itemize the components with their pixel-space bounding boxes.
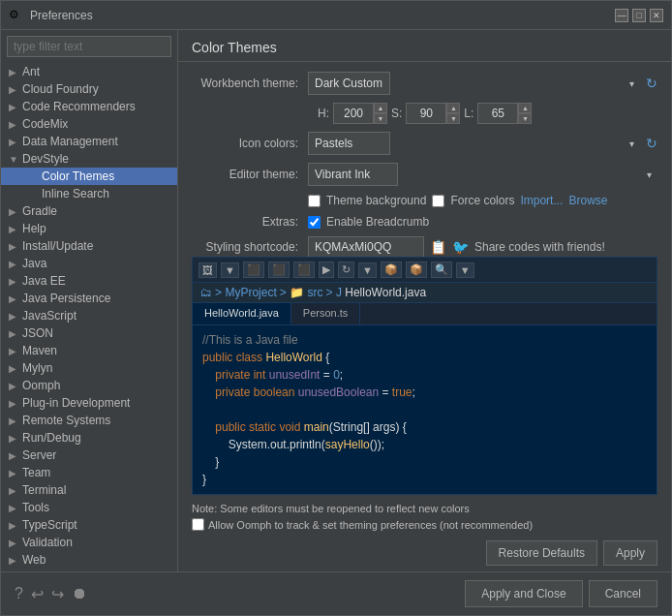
workbench-theme-refresh-icon[interactable]: ↻ (646, 76, 657, 91)
force-colors-label[interactable]: Force colors (450, 194, 514, 207)
toolbar-btn-6[interactable]: ▶ (319, 262, 334, 278)
record-icon[interactable]: ⏺ (72, 585, 87, 602)
sidebar-item-gradle[interactable]: ▶Gradle (1, 202, 177, 220)
h-decrement-button[interactable]: ▼ (374, 113, 387, 124)
breadcrumb-file[interactable]: HelloWorld.java (345, 286, 426, 299)
l-input[interactable]: 65 (477, 103, 518, 124)
codemix-arrow-icon: ▶ (9, 119, 22, 130)
breadcrumb-folder2[interactable]: 📁 src (290, 286, 322, 299)
close-button[interactable]: ✕ (650, 9, 663, 22)
shortcode-input[interactable]: KQMAxMi0QQ (308, 236, 424, 257)
minimize-button[interactable]: — (615, 9, 628, 22)
s-decrement-button[interactable]: ▼ (446, 113, 460, 124)
s-label: S: (391, 107, 402, 120)
toolbar-btn-7[interactable]: ↻ (338, 262, 354, 278)
breadcrumb-project[interactable]: MyProject (225, 286, 276, 299)
sidebar-item-inline-search[interactable]: Inline Search (1, 185, 177, 202)
sidebar-item-java-ee[interactable]: ▶Java EE (1, 272, 177, 290)
sidebar-item-help[interactable]: ▶Help (1, 220, 177, 237)
s-increment-button[interactable]: ▲ (446, 103, 460, 113)
icon-colors-refresh-icon[interactable]: ↻ (646, 136, 657, 151)
oomph-arrow-icon: ▶ (9, 381, 22, 391)
enable-breadcrumb-checkbox[interactable] (308, 216, 321, 229)
restore-defaults-button[interactable]: Restore Defaults (486, 540, 597, 566)
sidebar-item-code-recommenders[interactable]: ▶Code Recommenders (1, 98, 177, 115)
import-link[interactable]: Import... (520, 194, 563, 207)
editor-theme-control: Vibrant Ink Monokai Solarized Dark (308, 163, 657, 186)
l-decrement-button[interactable]: ▼ (518, 113, 532, 124)
force-colors-checkbox[interactable] (432, 195, 444, 207)
sidebar-item-json[interactable]: ▶JSON (1, 324, 177, 342)
sidebar-item-java-persistence[interactable]: ▶Java Persistence (1, 290, 177, 307)
sidebar-item-color-themes[interactable]: Color Themes (1, 168, 177, 185)
toolbar-btn-12[interactable]: ▼ (456, 262, 474, 278)
back-icon[interactable]: ↩ (31, 585, 44, 603)
cancel-button[interactable]: Cancel (589, 580, 657, 607)
sidebar-item-plugin-dev[interactable]: ▶Plug-in Development (1, 394, 177, 412)
help-icon[interactable]: ? (15, 585, 23, 602)
breadcrumb-bar: 🗂 > MyProject > 📁 src > J HelloWorld.jav… (193, 283, 657, 303)
h-input[interactable]: 200 (333, 103, 374, 124)
toolbar-btn-4[interactable]: ⬛ (268, 262, 290, 278)
sidebar-item-server[interactable]: ▶Server (1, 447, 177, 464)
toolbar-btn-8[interactable]: ▼ (358, 262, 377, 278)
sidebar-item-web[interactable]: ▶Web (1, 551, 177, 569)
theme-background-label[interactable]: Theme background (326, 194, 426, 207)
var-unused-int: unusedInt (269, 368, 321, 382)
terminal-arrow-icon: ▶ (9, 485, 22, 496)
type-void: void (279, 420, 303, 434)
sidebar-item-validation[interactable]: ▶Validation (1, 534, 177, 551)
workbench-theme-select[interactable]: Dark Custom Light Classic Dark (308, 72, 390, 95)
allow-oomph-label[interactable]: Allow Oomph to track & set theming prefe… (208, 519, 533, 531)
type-boolean: boolean (254, 385, 298, 399)
sidebar-item-data-management[interactable]: ▶Data Management (1, 133, 177, 150)
dialog-footer: ? ↩ ↪ ⏺ Apply and Close Cancel (1, 571, 671, 615)
h-increment-button[interactable]: ▲ (374, 103, 387, 113)
maximize-button[interactable]: □ (632, 9, 646, 22)
browse-link[interactable]: Browse (568, 194, 607, 207)
apply-and-close-button[interactable]: Apply and Close (465, 580, 582, 607)
toolbar-btn-3[interactable]: ⬛ (243, 262, 264, 278)
toolbar-btn-5[interactable]: ⬛ (293, 262, 315, 278)
twitter-icon[interactable]: 🐦 (452, 239, 469, 255)
sidebar-item-oomph[interactable]: ▶Oomph (1, 377, 177, 394)
sidebar-item-maven[interactable]: ▶Maven (1, 342, 177, 359)
toolbar-btn-9[interactable]: 📦 (381, 262, 402, 278)
editor-theme-select[interactable]: Vibrant Ink Monokai Solarized Dark (308, 163, 398, 186)
sidebar-item-javascript[interactable]: ▶JavaScript (1, 307, 177, 324)
type-int: int (254, 368, 269, 382)
sidebar-item-install-update[interactable]: ▶Install/Update (1, 237, 177, 255)
note-text: Note: Some editors must be reopened to r… (192, 503, 657, 514)
sidebar-item-typescript[interactable]: ▶TypeScript (1, 516, 177, 534)
tab-helloworld[interactable]: HelloWorld.java (193, 303, 291, 324)
toolbar-btn-2[interactable]: ▼ (221, 262, 239, 278)
apply-button[interactable]: Apply (603, 540, 657, 566)
code-line-3: private int unusedInt = 0; (202, 366, 647, 384)
toolbar-btn-1[interactable]: 🖼 (199, 262, 217, 278)
icon-colors-select[interactable]: Pastels Vibrant Monochrome (308, 132, 390, 155)
sidebar-item-terminal[interactable]: ▶Terminal (1, 481, 177, 499)
tab-person[interactable]: Person.ts (291, 303, 360, 324)
sidebar-item-run-debug[interactable]: ▶Run/Debug (1, 429, 177, 447)
enable-breadcrumb-label[interactable]: Enable Breadcrumb (326, 215, 429, 229)
server-arrow-icon: ▶ (9, 450, 22, 461)
allow-oomph-checkbox[interactable] (192, 518, 204, 531)
toolbar-btn-10[interactable]: 📦 (406, 262, 427, 278)
sidebar-item-java[interactable]: ▶Java (1, 255, 177, 272)
theme-background-checkbox[interactable] (308, 195, 321, 207)
sidebar-item-cloud-foundry[interactable]: ▶Cloud Foundry (1, 80, 177, 98)
copy-icon[interactable]: 📋 (430, 239, 446, 255)
forward-icon[interactable]: ↪ (51, 585, 64, 603)
sidebar-item-mylyn[interactable]: ▶Mylyn (1, 359, 177, 377)
sidebar-item-ant[interactable]: ▶Ant (1, 63, 177, 80)
filter-input[interactable] (7, 36, 171, 57)
workbench-theme-select-wrapper: Dark Custom Light Classic Dark (308, 72, 640, 95)
toolbar-btn-11[interactable]: 🔍 (431, 262, 452, 278)
sidebar-item-tools[interactable]: ▶Tools (1, 499, 177, 516)
sidebar-item-team[interactable]: ▶Team (1, 464, 177, 481)
sidebar-item-codemix[interactable]: ▶CodeMix (1, 115, 177, 133)
sidebar-item-devstyle[interactable]: ▼DevStyle (1, 150, 177, 168)
s-input[interactable]: 90 (406, 103, 446, 124)
l-increment-button[interactable]: ▲ (518, 103, 532, 113)
sidebar-item-remote-systems[interactable]: ▶Remote Systems (1, 412, 177, 429)
